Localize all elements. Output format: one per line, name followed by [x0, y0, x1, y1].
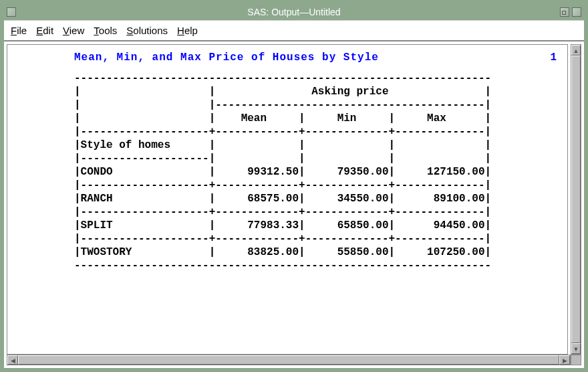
output-viewport: Mean, Min, and Max Price of Houses by St… — [7, 44, 568, 355]
menu-tools[interactable]: Tools — [94, 25, 117, 36]
report-title: Mean, Min, and Max Price of Houses by St… — [74, 52, 379, 64]
menu-label: iew — [69, 25, 85, 36]
window-title: SAS: Output—Untitled — [247, 7, 340, 17]
menu-solutions[interactable]: Solutions — [126, 25, 168, 36]
page-number: 1 — [550, 52, 557, 64]
menu-label: elp — [184, 25, 198, 36]
menu-label: ools — [99, 25, 118, 36]
horizontal-scrollbar-row: ◀ ▶ — [7, 355, 581, 365]
menu-view[interactable]: View — [63, 25, 84, 36]
menubar: File Edit View Tools Solutions Help — [4, 20, 584, 41]
content-area-wrapper: Mean, Min, and Max Price of Houses by St… — [4, 41, 584, 355]
app-window: SAS: Output—Untitled File Edit View Tool… — [0, 0, 588, 372]
scroll-thumb[interactable] — [18, 355, 559, 365]
menu-label: olutions — [133, 25, 168, 36]
vertical-scrollbar[interactable]: ▲ ▼ — [571, 44, 581, 355]
menu-help[interactable]: Help — [177, 25, 198, 36]
system-menu-button[interactable] — [7, 7, 16, 17]
maximize-button[interactable] — [572, 7, 581, 17]
menu-edit[interactable]: Edit — [36, 25, 53, 36]
minimize-button[interactable] — [560, 7, 569, 17]
scroll-up-arrow-icon[interactable]: ▲ — [571, 45, 581, 56]
scroll-down-arrow-icon[interactable]: ▼ — [571, 343, 581, 354]
menu-label: ile — [17, 25, 27, 36]
scrollbar-corner — [571, 355, 581, 365]
menu-file[interactable]: File — [11, 25, 27, 36]
scroll-left-arrow-icon[interactable]: ◀ — [7, 355, 18, 365]
titlebar[interactable]: SAS: Output—Untitled — [4, 4, 584, 20]
tabulate-output: ----------------------------------------… — [14, 72, 563, 272]
scroll-right-arrow-icon[interactable]: ▶ — [559, 355, 570, 365]
scroll-thumb[interactable] — [571, 56, 581, 343]
menu-label: dit — [43, 25, 53, 36]
horizontal-scrollbar[interactable]: ◀ ▶ — [7, 355, 571, 365]
